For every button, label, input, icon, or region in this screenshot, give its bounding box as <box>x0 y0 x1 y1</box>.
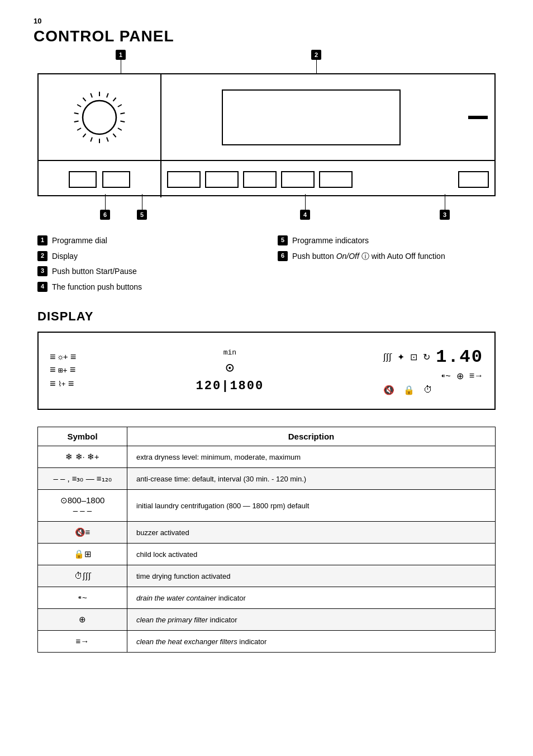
desc-dryness: extra dryness level: minimum, moderate, … <box>127 446 496 468</box>
disp-filter-icon: ⊕ <box>456 371 464 381</box>
svg-line-4 <box>120 113 125 114</box>
sym-drain: ⁌~ <box>38 587 127 609</box>
func-button-4 <box>281 171 315 188</box>
legend-badge-4: 4 <box>37 282 47 292</box>
bottom-left-buttons <box>39 161 161 197</box>
legend-item-1: 1 Programme dial <box>37 235 255 247</box>
display-mockup: ≡ ☼+ ≡ ≡ ⊞+ ≡ ≡ ⌇+ ≡ min ⊙ 120|1800 ʃʃʃ … <box>37 332 496 410</box>
svg-line-12 <box>77 128 81 130</box>
svg-line-2 <box>113 97 116 101</box>
disp-row-3: ≡ ⌇+ ≡ <box>50 379 77 390</box>
svg-line-7 <box>113 134 116 137</box>
svg-line-5 <box>120 121 125 121</box>
desc-centrifugation: initial laundry centrifugation (800 — 18… <box>127 490 496 522</box>
sym-anticrease-icon: – – , ≡₃₀ — ≡₁₂₀ <box>53 474 111 483</box>
table-col1-header: Symbol <box>38 427 127 446</box>
desc-drain-em: drain the water container <box>136 594 216 602</box>
disp-large-num: 1.40 <box>436 347 483 367</box>
table-row: ⊕ clean the primary filter indicator <box>38 609 496 631</box>
callout-6-bottom: 6 <box>100 194 110 220</box>
sym-buzzer: 🔇≡ <box>38 522 127 544</box>
legend-label-1: Programme dial <box>52 235 107 247</box>
callout-3-bottom: 3 <box>440 194 450 220</box>
legend-item-3: 3 Push button Start/Pause <box>37 266 255 277</box>
func-button-1 <box>167 171 201 188</box>
display-section-title: DISPLAY <box>37 309 496 324</box>
disp-screen-icon: ⊡ <box>410 352 417 362</box>
legend-label-4: The function push buttons <box>52 282 142 293</box>
func-button-3 <box>243 171 277 188</box>
symbol-table: Symbol Description ❄ ❄· ❄+ extra dryness… <box>37 427 496 653</box>
callout-4-bottom: 4 <box>300 194 310 220</box>
disp-steam-icon: ʃʃʃ <box>383 352 392 362</box>
table-row: ≡→ clean the heat exchanger filters indi… <box>38 631 496 653</box>
disp-sun: ☼+ <box>58 353 68 362</box>
sym-centrifugation-default: – – – <box>73 505 92 515</box>
sym-childlock: 🔒⊞ <box>38 544 127 565</box>
legend-label-5: Programme indicators <box>292 235 369 247</box>
diagram-top <box>39 74 494 161</box>
legend-badge-2: 2 <box>37 251 47 261</box>
legend-area: 1 Programme dial 5 Programme indicators … <box>37 235 496 292</box>
svg-line-6 <box>118 128 122 130</box>
desc-primaryfilter-em: clean the primary filter <box>136 616 208 624</box>
sym-timedry-icon: ⏱ʃʃʃ <box>74 571 91 580</box>
svg-line-16 <box>83 97 85 101</box>
diagram-box <box>37 73 496 196</box>
table-row: ⊙800–1800 – – – initial laundry centrifu… <box>38 490 496 522</box>
onoff-button-diagram <box>69 171 97 188</box>
sym-primaryfilter: ⊕ <box>38 609 127 631</box>
disp-spin-icon: ⊙ <box>226 359 235 377</box>
svg-line-17 <box>91 93 92 97</box>
display-box <box>222 89 401 145</box>
disp-time-dry-icon: ⏱ <box>423 385 432 395</box>
svg-line-1 <box>107 93 108 97</box>
desc-timedry: time drying function activated <box>127 565 496 587</box>
disp-bars-left2: ≡ <box>50 365 56 376</box>
desc-anticrease: anti-crease time: default, interval (30 … <box>127 468 496 490</box>
svg-line-8 <box>107 137 108 141</box>
table-col2-header: Description <box>127 427 496 446</box>
svg-line-13 <box>74 121 79 121</box>
desc-exchanger: clean the heat exchanger filters indicat… <box>127 631 496 653</box>
disp-box-plus: ⊞+ <box>58 366 68 375</box>
disp-buzzer-icon: 🔇 <box>383 385 394 395</box>
svg-line-11 <box>83 134 85 137</box>
desc-drain: drain the water container indicator <box>127 587 496 609</box>
legend-item-6: 6 Push button On/Off ⓘ with Auto Off fun… <box>278 251 496 262</box>
prog-indicator-button <box>102 171 130 188</box>
power-bar <box>468 116 488 119</box>
table-row: 🔇≡ buzzer activated <box>38 522 496 544</box>
svg-point-18 <box>83 101 116 134</box>
legend-badge-1: 1 <box>37 235 47 245</box>
legend-item-2: 2 Display <box>37 251 255 262</box>
sym-timedry: ⏱ʃʃʃ <box>38 565 127 587</box>
legend-label-3: Push button Start/Pause <box>52 266 137 277</box>
dial-section <box>39 74 161 160</box>
sym-anticrease: – – , ≡₃₀ — ≡₁₂₀ <box>38 468 127 490</box>
sym-drain-icon: ⁌~ <box>78 593 87 602</box>
sym-childlock-icon: 🔒⊞ <box>74 549 92 559</box>
disp-drain-icon: ⁌~ <box>441 371 450 381</box>
sym-dryness-icon: ❄ ❄· ❄+ <box>65 452 99 461</box>
sym-exchanger-icon: ≡→ <box>76 636 89 646</box>
dial-svg <box>72 89 127 145</box>
svg-line-14 <box>74 113 79 114</box>
disp-star-icon: ✦ <box>397 352 404 362</box>
legend-label-2: Display <box>52 251 78 262</box>
bottom-right-buttons <box>161 161 494 197</box>
disp-cycle-icon: ↻ <box>423 352 430 362</box>
diagram-bottom <box>39 161 494 197</box>
disp-bars-left: ≡ <box>50 352 56 363</box>
display-left-symbols: ≡ ☼+ ≡ ≡ ⊞+ ≡ ≡ ⌇+ ≡ <box>50 352 77 390</box>
callout-badge-2: 2 <box>311 50 321 60</box>
table-row: 🔒⊞ child lock activated <box>38 544 496 565</box>
desc-primaryfilter: clean the primary filter indicator <box>127 609 496 631</box>
power-section <box>461 74 494 160</box>
section-title: CONTROL PANEL <box>34 27 499 45</box>
disp-exchanger-icon: ≡→ <box>469 371 483 381</box>
callout-badge-1: 1 <box>116 50 126 60</box>
disp-row-1: ≡ ☼+ ≡ <box>50 352 77 363</box>
disp-right-mid: ⁌~ ⊕ ≡→ <box>383 371 483 381</box>
disp-spin-numbers: 120|1800 <box>196 379 264 393</box>
